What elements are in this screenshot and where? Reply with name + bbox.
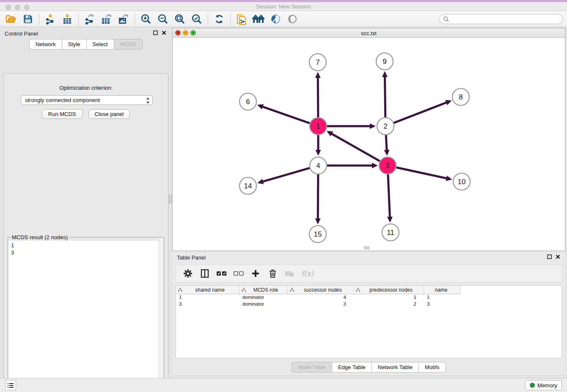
graph-edge-arrowhead — [257, 104, 264, 109]
zoom-selected-icon[interactable] — [188, 12, 205, 26]
export-table-icon[interactable] — [98, 12, 115, 26]
export-network-icon[interactable] — [81, 12, 98, 26]
mcds-result-text[interactable]: 13 — [8, 241, 163, 392]
graph-edge-arrowhead — [316, 150, 321, 156]
float-panel-icon[interactable] — [153, 30, 158, 35]
panel-splitter-handle[interactable] — [169, 195, 172, 203]
graph-node-label: 10 — [458, 178, 466, 186]
tab-select[interactable]: Select — [86, 39, 114, 50]
save-session-icon[interactable] — [19, 12, 36, 26]
run-mcds-button[interactable]: Run MCDS — [42, 109, 83, 119]
graph-edge-arrowhead — [387, 217, 393, 223]
graph-edge-2-3[interactable] — [386, 135, 387, 151]
column-header-name[interactable]: name — [424, 286, 460, 294]
column-header-MCDS-role[interactable]: MCDS role — [239, 286, 288, 294]
graph-edge-4-15[interactable] — [318, 174, 318, 220]
tab-style[interactable]: Style — [62, 39, 86, 50]
graph-edge-3-11[interactable] — [388, 174, 390, 218]
delete-row-icon[interactable] — [267, 268, 278, 279]
deselect-all-icon[interactable] — [234, 268, 244, 279]
control-panel-title: Control Panel — [5, 30, 38, 37]
settings-gear-icon[interactable] — [183, 268, 193, 279]
list-icon — [7, 383, 14, 388]
graph-edge-1-6[interactable] — [261, 106, 310, 123]
open-session-icon[interactable] — [3, 12, 19, 26]
close-table-panel-icon[interactable] — [556, 254, 560, 259]
table-header-row: shared nameMCDS rolesuccessor nodesprede… — [176, 286, 460, 294]
import-table-icon[interactable] — [59, 12, 76, 26]
refresh-icon[interactable] — [211, 12, 228, 26]
mcds-result-line: 3 — [11, 249, 163, 256]
task-history-button[interactable] — [5, 380, 16, 390]
network-resize-handle[interactable] — [364, 246, 369, 249]
graph-edge-arrowhead — [370, 124, 376, 129]
graph-node-label: 2 — [383, 122, 387, 130]
column-header-shared-name[interactable]: shared name — [176, 286, 239, 294]
close-panel-button[interactable]: Close panel — [88, 109, 130, 119]
column-header-successor-nodes[interactable]: successor nodes — [288, 286, 354, 294]
memory-button[interactable]: Memory — [525, 380, 562, 390]
graphics-details-icon[interactable] — [267, 12, 284, 26]
criterion-select[interactable]: strongly connected component — [21, 95, 153, 105]
graph-node-label: 15 — [314, 230, 322, 238]
table-row[interactable]: 3dominator323 — [176, 301, 561, 308]
graph-node-label: 4 — [316, 162, 320, 170]
control-panel-tabs: NetworkStyleSelectMCDS — [1, 39, 171, 50]
function-builder-icon[interactable]: f(x) — [301, 269, 314, 278]
graph-edge-arrowhead — [315, 218, 321, 224]
graph-edge-arrowhead — [315, 72, 321, 78]
toolbar-separator — [135, 13, 135, 25]
graph-node-label: 14 — [244, 182, 252, 190]
tab-mcds[interactable]: MCDS — [114, 39, 143, 50]
columns-icon[interactable] — [200, 268, 210, 279]
select-all-icon[interactable] — [217, 268, 227, 279]
toolbar-separator — [39, 13, 39, 25]
float-table-panel-icon[interactable] — [547, 254, 552, 259]
graph-edge-4-14[interactable] — [262, 168, 310, 182]
status-bar: Memory — [0, 378, 567, 392]
zoom-fit-icon[interactable] — [171, 12, 188, 26]
tab-node-table[interactable]: Node Table — [292, 362, 332, 373]
graph-edge-arrowhead — [446, 176, 452, 181]
table-cell: 1 — [354, 294, 424, 301]
graph-edge-2-8[interactable] — [394, 102, 448, 123]
table-row[interactable]: 1dominator411 — [176, 294, 561, 301]
toolbar-separator — [78, 13, 79, 25]
zoom-out-icon[interactable] — [154, 12, 171, 26]
close-panel-icon[interactable] — [162, 30, 166, 35]
window-titlebar: Session: New Session — [0, 0, 567, 11]
window-title: Session: New Session — [0, 3, 567, 10]
column-header-predecessor-nodes[interactable]: predecessor nodes — [354, 286, 424, 294]
network-canvas[interactable]: 7968124314101511 — [173, 38, 565, 251]
graph-edge-3-1[interactable] — [331, 133, 380, 161]
graph-node-label: 6 — [246, 98, 250, 106]
import-network-icon[interactable] — [42, 12, 59, 26]
mcds-result-line: 1 — [11, 242, 163, 249]
graph-edge-1-7[interactable] — [318, 77, 318, 117]
toggle-view-icon[interactable] — [284, 12, 301, 26]
table-cell: 1 — [176, 294, 239, 301]
graph-edge-3-10[interactable] — [396, 167, 448, 178]
table-panel-title: Table Panel — [177, 254, 206, 261]
search-input[interactable] — [451, 16, 562, 22]
graph-node-label: 11 — [387, 229, 394, 237]
network-title: scc.txt — [173, 30, 565, 36]
node-table[interactable]: shared nameMCDS rolesuccessor nodesprede… — [176, 285, 562, 358]
add-row-icon[interactable] — [250, 268, 261, 279]
tab-network-table[interactable]: Network Table — [372, 362, 418, 373]
tab-network[interactable]: Network — [29, 39, 62, 50]
zoom-in-icon[interactable] — [138, 12, 154, 26]
graph-edge-arrowhead — [382, 71, 388, 77]
export-image-icon[interactable] — [115, 12, 132, 26]
tab-motifs[interactable]: Motifs — [418, 362, 446, 373]
network-overview-icon[interactable] — [250, 12, 267, 26]
graph-edge-2-9[interactable] — [385, 76, 385, 117]
mcds-panel: Optimization criterion: strongly connect… — [3, 73, 168, 392]
duplicate-network-icon[interactable] — [233, 12, 250, 26]
tab-edge-table[interactable]: Edge Table — [332, 362, 372, 373]
search-field[interactable] — [439, 14, 563, 24]
delete-table-icon[interactable] — [284, 268, 295, 279]
table-cell: 1 — [424, 294, 460, 301]
result-scrollbar[interactable] — [158, 237, 164, 392]
graph-node-label: 9 — [383, 58, 386, 66]
